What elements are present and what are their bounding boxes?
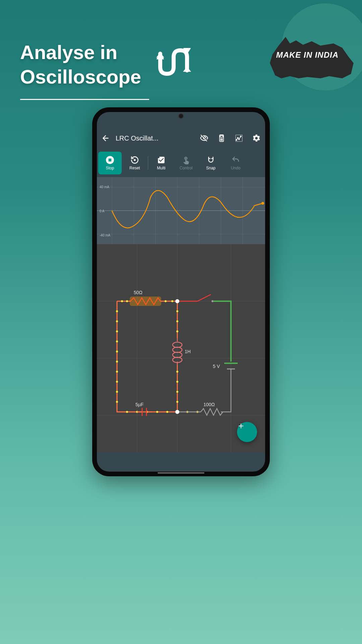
toolbar-divider <box>148 156 148 170</box>
svg-point-55 <box>176 330 178 332</box>
touch-icon <box>182 156 190 164</box>
undo-button[interactable]: Undo <box>224 152 247 174</box>
camera-notch <box>178 113 184 119</box>
capacitor-label: 5µF <box>135 402 143 407</box>
svg-point-56 <box>176 371 178 373</box>
svg-point-59 <box>176 401 178 403</box>
stop-label: Stop <box>106 166 114 170</box>
reset-label: Reset <box>129 166 140 170</box>
scope-y-top: 40 mA <box>100 185 109 189</box>
phone-screen: LRC Oscillat... <box>97 112 265 472</box>
svg-point-51 <box>165 300 167 302</box>
svg-rect-14 <box>109 159 112 162</box>
undo-label: Undo <box>231 166 241 170</box>
resistor2-label: 100Ω <box>203 402 215 407</box>
settings-icon[interactable] <box>252 133 261 143</box>
snap-label: Snap <box>206 166 216 170</box>
resistor1-label: 50Ω <box>134 290 142 295</box>
stop-button[interactable]: Stop <box>98 152 122 174</box>
oscilloscope-panel[interactable]: 40 mA 0 A -40 mA <box>97 177 265 244</box>
svg-point-15 <box>134 159 135 160</box>
svg-rect-16 <box>158 156 159 158</box>
phone-mockup: LRC Oscillat... <box>92 107 270 476</box>
add-component-fab[interactable] <box>237 422 257 442</box>
svg-point-12 <box>240 136 241 137</box>
svg-point-57 <box>176 381 178 383</box>
svg-point-74 <box>175 410 179 414</box>
toolbar: Stop Reset Multi Control <box>97 149 265 177</box>
svg-point-11 <box>239 139 240 140</box>
home-indicator <box>158 472 204 474</box>
svg-point-44 <box>126 411 128 413</box>
make-in-india-text: MAKE IN INDIA <box>276 50 339 60</box>
wave-arrows-icon <box>154 47 198 80</box>
svg-point-62 <box>212 300 214 302</box>
svg-point-73 <box>175 299 179 303</box>
snap-button[interactable]: Snap <box>199 152 223 174</box>
make-in-india-badge: MAKE IN INDIA <box>261 17 362 84</box>
svg-point-34 <box>116 310 118 312</box>
svg-point-40 <box>116 371 118 373</box>
svg-point-10 <box>237 138 238 139</box>
svg-point-53 <box>176 310 178 312</box>
stop-icon <box>106 156 114 164</box>
multi-button[interactable]: Multi <box>149 152 173 174</box>
magnet-icon <box>206 156 215 164</box>
multimeter-icon[interactable] <box>217 133 226 143</box>
svg-point-37 <box>116 340 118 342</box>
svg-rect-3 <box>220 136 223 137</box>
svg-point-9 <box>236 140 237 141</box>
svg-point-50 <box>126 300 128 302</box>
svg-point-42 <box>116 391 118 393</box>
svg-point-5 <box>222 139 223 139</box>
scope-y-bot: -40 mA <box>100 233 110 237</box>
svg-point-39 <box>116 361 118 363</box>
svg-point-43 <box>116 401 118 403</box>
inductor-label: 1H <box>185 349 191 354</box>
app-title: LRC Oscillat... <box>116 135 194 142</box>
voltage-label: 5 V <box>213 364 220 369</box>
svg-point-49 <box>121 300 123 302</box>
back-button[interactable] <box>101 133 110 143</box>
circuit-canvas[interactable]: 50Ω 1H 5 V 5µF 100Ω <box>97 244 265 452</box>
svg-point-54 <box>176 320 178 322</box>
svg-point-4 <box>221 139 221 139</box>
control-label: Control <box>180 166 193 170</box>
svg-point-36 <box>116 330 118 332</box>
app-bar: LRC Oscillat... <box>97 127 265 149</box>
promo-title-line1: Analyse in <box>20 41 117 63</box>
multi-icon <box>157 156 166 164</box>
scope-y-mid: 0 A <box>100 209 104 213</box>
promo-title-line2: Oscilloscope <box>20 66 141 88</box>
svg-point-41 <box>116 381 118 383</box>
svg-point-35 <box>116 320 118 322</box>
visibility-off-icon[interactable] <box>199 133 209 143</box>
graph-icon[interactable] <box>234 133 244 143</box>
svg-point-6 <box>221 140 221 141</box>
svg-point-7 <box>222 140 223 141</box>
scope-chart <box>97 177 265 244</box>
svg-point-47 <box>156 411 158 413</box>
reset-button[interactable]: Reset <box>123 152 146 174</box>
undo-icon <box>231 156 240 164</box>
plus-icon <box>237 422 245 430</box>
svg-point-58 <box>176 391 178 393</box>
promo-underline <box>20 99 149 100</box>
svg-point-48 <box>166 411 168 413</box>
app-actions <box>199 133 261 143</box>
multi-label: Multi <box>157 166 165 170</box>
svg-point-27 <box>261 202 264 205</box>
reset-icon <box>130 156 139 164</box>
control-button[interactable]: Control <box>174 152 198 174</box>
svg-point-52 <box>171 300 173 302</box>
svg-point-38 <box>116 351 118 353</box>
circuit-svg <box>97 244 265 452</box>
